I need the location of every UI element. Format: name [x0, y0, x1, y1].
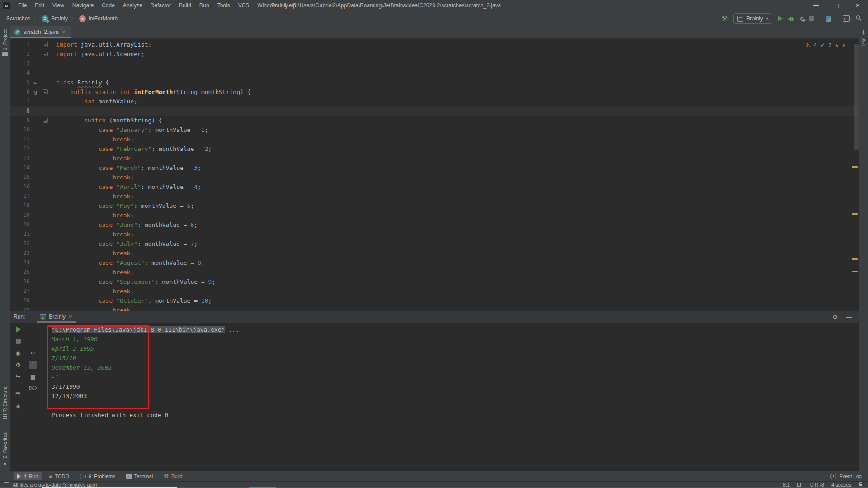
code-line[interactable]: 9 switch (monthString) { [10, 116, 859, 125]
code-line[interactable]: 23 break; [10, 249, 859, 258]
code-line[interactable]: 21 break; [10, 230, 859, 239]
menu-edit[interactable]: Edit [31, 2, 48, 9]
maximize-button[interactable]: ▢ [826, 0, 847, 11]
stop-icon[interactable] [14, 337, 22, 345]
sidebar-item-structure[interactable]: 7: Structure [0, 386, 10, 419]
code-line[interactable]: 14 case "March": monthValue = 3; [10, 163, 859, 173]
hide-panel-icon[interactable]: — [846, 314, 852, 320]
code-line[interactable]: 6@ public static int intForMonth(String … [10, 87, 859, 97]
code-line[interactable]: 19 break; [10, 211, 859, 220]
chevron-up-icon[interactable]: ∧ [835, 43, 838, 48]
profiler-icon[interactable] [826, 16, 831, 22]
soft-wrap-icon[interactable]: ↩ [29, 349, 37, 357]
code-line[interactable]: 13 break; [10, 154, 859, 163]
sidebar-item-project[interactable]: 1: Project [0, 29, 10, 56]
coverage-button[interactable]: C [800, 15, 803, 22]
fold-icon[interactable] [43, 89, 48, 94]
exit-icon[interactable]: ↪ [14, 372, 22, 380]
caret-position[interactable]: 8:1 [783, 482, 790, 488]
event-log-button[interactable]: Event Log [830, 474, 862, 479]
sidebar-item-favorites[interactable]: 2: Favorites ★ [0, 432, 10, 466]
warning-stripe-mark[interactable] [852, 258, 858, 260]
menu-build[interactable]: Build [175, 2, 195, 9]
code-line[interactable]: 24 case "August": monthValue = 8; [10, 258, 859, 267]
code-line[interactable]: 26 case "September": monthValue = 9; [10, 277, 859, 286]
build-project-icon[interactable]: ⚒ [722, 14, 728, 23]
warning-stripe-mark[interactable] [852, 213, 858, 215]
tab-scratch-2-java[interactable]: C scratch_2.java ✕ [10, 26, 71, 38]
close-button[interactable]: ✕ [847, 0, 868, 11]
menu-run[interactable]: Run [195, 2, 213, 9]
code-line[interactable]: 25 break; [10, 267, 859, 277]
code-line[interactable]: 7 int monthValue; [10, 97, 859, 106]
code-line[interactable]: 29 break; [10, 305, 859, 311]
code-line[interactable]: 10 case "January": monthValue = 1; [10, 125, 859, 135]
warning-stripe-mark[interactable] [852, 271, 858, 272]
stop-button[interactable] [809, 16, 814, 21]
minimize-button[interactable]: — [806, 0, 826, 11]
toolwindow-todo-button[interactable]: ≡ TODO [45, 472, 73, 481]
fold-icon[interactable] [43, 52, 48, 56]
menu-code[interactable]: Code [98, 2, 119, 9]
up-stack-trace-icon[interactable]: ↑ [29, 325, 37, 333]
line-ending[interactable]: LF [797, 482, 803, 488]
code-line[interactable]: 11 break; [10, 135, 859, 144]
code-line[interactable]: 20 case "June": monthValue = 6; [10, 220, 859, 230]
console-lines[interactable]: "C:\Program Files\Java\jdk1.8.0_111\bin\… [52, 325, 857, 420]
layout-icon[interactable]: ▤ [14, 390, 22, 398]
toolwindow-build-button[interactable]: ⚒ Build [160, 472, 186, 481]
sidebar-item-ant[interactable]: Ant [859, 29, 868, 46]
pin-icon[interactable]: ◈ [14, 402, 22, 410]
scroll-to-end-icon[interactable]: ↧ [29, 361, 37, 369]
close-icon[interactable]: ✕ [61, 29, 66, 35]
print-icon[interactable]: ▤ [29, 372, 37, 380]
menu-refactor[interactable]: Refactor [146, 2, 175, 9]
code-line[interactable]: 8 [10, 106, 859, 116]
code-line[interactable]: 28 case "October": monthValue = 10; [10, 296, 859, 305]
debug-button[interactable] [788, 15, 794, 22]
gear-icon[interactable]: ⚙ [832, 314, 838, 320]
toolwindow-run-button[interactable]: 4: Run [14, 472, 42, 480]
code-line[interactable]: 17 break; [10, 192, 859, 201]
code-line[interactable]: 18 case "May": monthValue = 5; [10, 201, 859, 211]
fold-icon[interactable] [43, 118, 48, 123]
camera-icon[interactable]: ◉ [14, 349, 22, 357]
background-tasks-icon[interactable] [4, 482, 9, 488]
toolwindow-terminal-button[interactable]: >_ Terminal [123, 472, 157, 480]
run-button[interactable] [778, 15, 783, 22]
code-line[interactable]: 4 [10, 68, 859, 78]
code-line[interactable]: 1import java.util.ArrayList; [10, 40, 859, 49]
down-stack-trace-icon[interactable]: ↓ [29, 337, 37, 345]
rerun-icon[interactable] [14, 325, 22, 333]
warning-stripe-mark[interactable] [852, 166, 858, 168]
scrollbar-thumb[interactable] [854, 44, 859, 150]
menu-view[interactable]: View [48, 2, 68, 9]
code-line[interactable]: 27 break; [10, 286, 859, 296]
code-editor[interactable]: 1import java.util.ArrayList;2import java… [10, 38, 859, 311]
code-line[interactable]: 2import java.util.Scanner; [10, 49, 859, 59]
file-encoding[interactable]: UTF-8 [810, 482, 824, 488]
inspection-widget[interactable]: ⚠ 4 ✔ 2 ∧ ∨ [805, 42, 845, 48]
settings-icon[interactable]: ⚙ [14, 361, 22, 369]
run-config-select[interactable]: Brainly ▾ [733, 13, 772, 24]
close-icon[interactable]: ✕ [68, 314, 72, 320]
code-line[interactable]: 3 [10, 59, 859, 68]
indent-setting[interactable]: 4 spaces [831, 482, 851, 488]
code-line[interactable]: 5▶class Brainly { [10, 78, 859, 87]
menu-vcs[interactable]: VCS [234, 2, 254, 9]
search-everywhere-icon[interactable] [855, 15, 862, 23]
menu-analyze[interactable]: Analyze [119, 2, 146, 9]
code-line[interactable]: 12 case "February": monthValue = 2; [10, 144, 859, 154]
menu-tools[interactable]: Tools [213, 2, 234, 9]
menu-file[interactable]: File [14, 2, 31, 9]
breadcrumb-class[interactable]: C Brainly [42, 15, 68, 22]
toolwindow-problems-button[interactable]: ! 6: Problems [76, 472, 119, 481]
run-anything-icon[interactable] [843, 15, 850, 22]
breadcrumb-method[interactable]: m intForMonth [79, 15, 118, 22]
run-line-icon[interactable]: ▶ [34, 80, 37, 85]
code-line[interactable]: 15 break; [10, 173, 859, 182]
breadcrumb-scratches[interactable]: Scratches [6, 15, 30, 22]
code-line[interactable]: 22 case "July": monthValue = 7; [10, 239, 859, 249]
run-tab-brainly[interactable]: Brainly ✕ [37, 311, 76, 323]
chevron-down-icon[interactable]: ∨ [842, 43, 845, 48]
